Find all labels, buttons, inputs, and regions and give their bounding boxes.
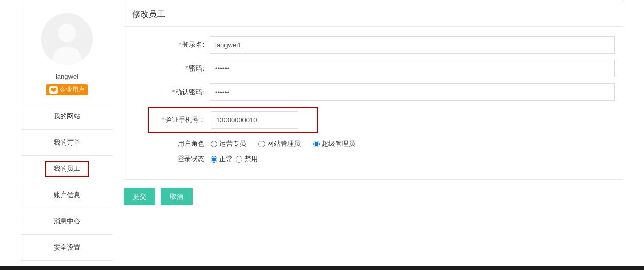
main-content: 修改员工 *登录名: *密码: *确认密码: *验证手机号： [124,3,623,261]
password-input[interactable] [210,60,615,77]
row-role: 用户角色 运营专员 网站管理员 超级管理员 [132,139,615,148]
status-label: 登录状态 [132,154,210,164]
row-password: *密码: [132,60,615,77]
sidebar: langwei 企业用户 我的网站 我的订单 我的员工 账户信息 消息中心 安全… [21,3,113,261]
status-option-normal[interactable]: 正常 [211,154,233,164]
role-option-operator[interactable]: 运营专员 [211,139,246,148]
button-row: 提交 取消 [124,188,623,205]
role-radio-site-admin[interactable] [258,141,265,147]
role-radio-group: 运营专员 网站管理员 超级管理员 [210,139,615,148]
cancel-button[interactable]: 取消 [161,188,193,205]
role-radio-label: 运营专员 [219,139,246,148]
nav-label: 消息中心 [54,217,80,225]
role-radio-label: 超级管理员 [322,139,355,148]
phone-label: *验证手机号： [149,115,211,125]
svg-point-1 [58,24,76,42]
password-label: *密码: [132,64,210,73]
confirm-input[interactable] [210,83,615,101]
footer-bar [0,266,644,270]
row-status: 登录状态 正常 禁用 [132,154,615,164]
nav-label: 我的网站 [54,112,80,120]
edit-staff-panel: 修改员工 *登录名: *密码: *确认密码: *验证手机号： [124,3,623,180]
nav-item-my-orders[interactable]: 我的订单 [21,130,113,156]
nav-label: 我的员工 [45,161,89,177]
status-radio-disabled[interactable] [236,156,242,163]
enterprise-badge: 企业用户 [46,84,88,95]
status-radio-normal[interactable] [211,156,217,163]
role-label: 用户角色 [132,139,210,148]
role-option-site-admin[interactable]: 网站管理员 [258,139,301,148]
row-phone: *验证手机号： [148,107,318,133]
nav-label: 账户信息 [54,191,80,199]
submit-button[interactable]: 提交 [124,188,155,205]
nav-item-my-site[interactable]: 我的网站 [21,103,113,130]
status-radio-label: 禁用 [245,154,258,164]
nav-item-messages[interactable]: 消息中心 [21,208,113,235]
status-radio-group: 正常 禁用 [210,154,615,164]
nav-label: 我的订单 [54,138,80,146]
heart-icon [49,86,58,94]
nav-list: 我的网站 我的订单 我的员工 账户信息 消息中心 安全设置 [21,103,113,261]
row-confirm-password: *确认密码: [132,83,615,101]
login-label: *登录名: [132,40,210,49]
confirm-label: *确认密码: [132,87,210,97]
login-input[interactable] [210,36,615,54]
nav-item-security[interactable]: 安全设置 [21,235,113,261]
status-option-disabled[interactable]: 禁用 [236,154,258,164]
role-radio-super-admin[interactable] [313,141,320,147]
nav-item-account-info[interactable]: 账户信息 [21,182,113,208]
phone-input[interactable] [211,111,298,129]
role-radio-label: 网站管理员 [267,139,301,148]
nav-item-my-staff[interactable]: 我的员工 [21,156,113,182]
row-login: *登录名: [132,36,615,54]
role-radio-operator[interactable] [211,141,217,147]
avatar [41,13,93,65]
badge-label: 企业用户 [60,85,84,94]
username: langwei [26,73,108,80]
nav-label: 安全设置 [54,243,80,251]
staff-form: *登录名: *密码: *确认密码: *验证手机号： 用户角色 [124,27,623,179]
role-option-super-admin[interactable]: 超级管理员 [313,139,355,148]
status-radio-label: 正常 [219,154,233,164]
panel-title: 修改员工 [124,3,623,27]
profile-card: langwei 企业用户 [21,3,113,103]
